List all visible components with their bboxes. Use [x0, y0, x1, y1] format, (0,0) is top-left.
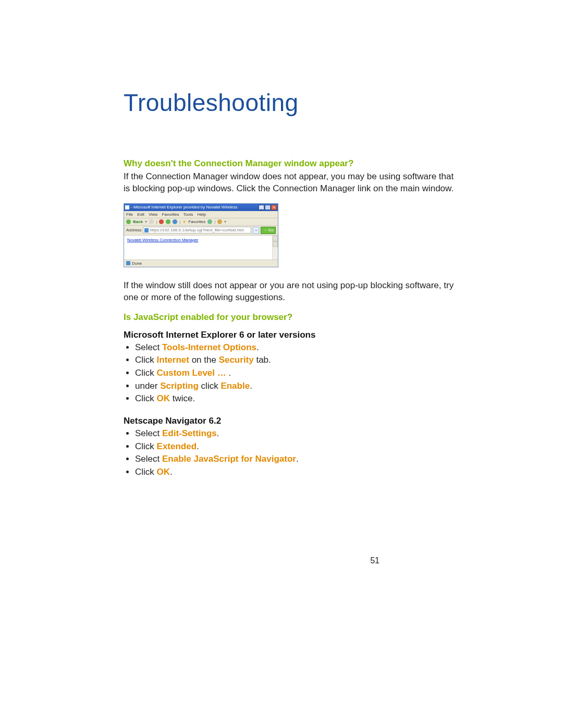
ie-section-title: Microsoft Internet Explorer 6 or later v…: [124, 330, 459, 340]
mail-icon: [217, 219, 222, 224]
refresh-icon: [166, 219, 170, 224]
back-icon: [126, 219, 131, 224]
favorites-label: Favorites: [188, 219, 205, 224]
menu-favorites: Favorites: [162, 212, 179, 217]
address-label: Address: [126, 228, 141, 232]
ie-steps-list: Select Tools-Internet Options. Click Int…: [124, 341, 459, 405]
q1-paragraph-2: If the window still does not appear or y…: [124, 280, 459, 304]
maximize-icon: □: [265, 205, 271, 210]
status-page-icon: [126, 261, 130, 265]
home-icon: [173, 219, 177, 224]
back-label: Back: [133, 219, 143, 224]
scrollbar: [272, 236, 278, 260]
menu-edit: Edit: [137, 212, 144, 217]
document-page: Troubleshooting Why doesn't the Connecti…: [0, 0, 563, 728]
netscape-section-title: Netscape Navigator 6.2: [124, 416, 459, 426]
ie-address-bar: Address https://192.168.0.1/setup.cgi?ne…: [124, 226, 278, 236]
menu-help: Help: [198, 212, 206, 217]
dropdown-icon: ▾: [145, 219, 147, 224]
page-number: 51: [370, 556, 380, 565]
status-text: Done: [132, 261, 142, 266]
list-item: Select Enable JavaScript for Navigator.: [135, 453, 459, 466]
q1-paragraph-1: If the Connection Manager window does no…: [124, 171, 459, 195]
question-heading-1: Why doesn't the Connection Manager windo…: [124, 158, 459, 169]
menu-file: File: [126, 212, 133, 217]
list-item: Click Extended.: [135, 440, 459, 453]
list-item: Select Edit-Settings.: [135, 427, 459, 440]
ie-content-area: Novatel Wireless Connection Manager: [124, 236, 278, 260]
page-title: Troubleshooting: [124, 89, 459, 117]
ie-window-title: - Microsoft Internet Explorer provided b…: [131, 205, 238, 209]
page-icon: [144, 228, 149, 232]
ie-status-bar: Done: [124, 260, 278, 267]
connection-manager-link: Novatel Wireless Connection Manager: [127, 238, 199, 242]
list-item: Click OK.: [135, 466, 459, 479]
menu-view: View: [149, 212, 157, 217]
menu-tools: Tools: [183, 212, 193, 217]
question-heading-2: Is JavaScript enabled for your browser?: [124, 312, 459, 323]
list-item: Click OK twice.: [135, 392, 459, 405]
stop-icon: [159, 219, 164, 224]
go-button: → Go: [261, 227, 276, 234]
forward-icon: [149, 219, 154, 224]
netscape-steps-list: Select Edit-Settings. Click Extended. Se…: [124, 427, 459, 479]
address-url: https://192.168.0.1/setup.cgi?next_file=…: [150, 228, 244, 232]
favorites-star-icon: ★: [182, 219, 186, 224]
list-item: Click Custom Level … .: [135, 367, 459, 380]
ie-toolbar: Back ▾ | | ★ Favorites | ▾: [124, 218, 278, 226]
dropdown-icon-2: ▾: [224, 219, 226, 224]
minimize-icon: _: [259, 205, 264, 210]
window-controls: _ □ ×: [259, 205, 277, 210]
ie-screenshot: - Microsoft Internet Explorer provided b…: [124, 203, 278, 267]
ie-titlebar: - Microsoft Internet Explorer provided b…: [124, 204, 278, 211]
address-field: https://192.168.0.1/setup.cgi?next_file=…: [143, 227, 251, 233]
close-icon: ×: [271, 205, 277, 210]
list-item: Select Tools-Internet Options.: [135, 341, 459, 354]
history-icon: [207, 219, 212, 224]
ie-app-icon: [125, 205, 129, 209]
list-item: Click Internet on the Security tab.: [135, 354, 459, 367]
list-item: under Scripting click Enable.: [135, 380, 459, 393]
address-dropdown-icon: ⌄: [253, 227, 259, 234]
ie-menubar: File Edit View Favorites Tools Help: [124, 211, 278, 218]
